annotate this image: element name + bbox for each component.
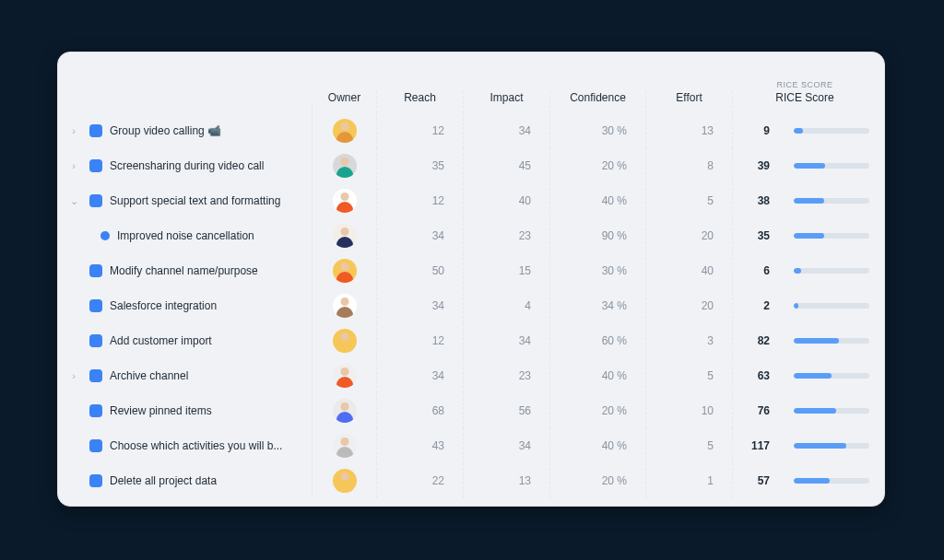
checkbox-icon[interactable] [89,159,102,172]
impact-cell[interactable]: 45 [464,148,550,183]
table-row[interactable]: ›Delete all project data221320 %157 [58,463,884,498]
reach-cell[interactable]: 12 [377,113,464,148]
checkbox-icon[interactable] [89,369,102,382]
chevron-right-icon[interactable]: › [65,160,82,171]
score-cell: 82 [733,323,885,358]
confidence-cell[interactable]: 20 % [550,463,646,498]
header-confidence[interactable]: Confidence [550,91,646,113]
effort-cell[interactable]: 20 [646,218,733,253]
chevron-right-icon[interactable]: › [65,370,82,381]
impact-cell[interactable]: 56 [464,393,550,428]
avatar[interactable] [333,119,357,143]
header-reach[interactable]: Reach [377,91,464,113]
confidence-cell[interactable]: 30 % [550,113,646,148]
table-row[interactable]: ›Modify channel name/purpose501530 %406 [58,253,884,288]
chevron-down-icon[interactable]: ⌄ [65,195,82,207]
effort-cell[interactable]: 40 [646,253,733,288]
avatar[interactable] [333,329,357,353]
avatar[interactable] [333,364,357,388]
effort-cell[interactable]: 5 [646,428,733,463]
impact-cell[interactable]: 34 [464,428,550,463]
table-row[interactable]: ›Add customer import123460 %382 [58,323,884,358]
chevron-right-icon[interactable]: › [65,125,82,136]
score-cell: 117 [733,428,885,463]
effort-cell[interactable]: 1 [646,463,733,498]
row-title[interactable]: Review pinned items [110,404,212,417]
checkbox-icon[interactable] [89,299,102,312]
effort-cell[interactable]: 20 [646,288,733,323]
header-effort[interactable]: Effort [646,91,733,113]
impact-cell[interactable]: 15 [464,253,550,288]
avatar[interactable] [333,469,357,493]
row-title[interactable]: Archive channel [110,369,188,382]
reach-cell[interactable]: 22 [377,463,464,498]
effort-cell[interactable]: 5 [646,183,733,218]
reach-cell[interactable]: 35 [377,148,464,183]
table-row[interactable]: ›Salesforce integration34434 %202 [58,288,884,323]
checkbox-icon[interactable] [89,124,102,137]
impact-cell[interactable]: 13 [464,463,550,498]
reach-cell[interactable]: 12 [377,183,464,218]
table-row[interactable]: ›Group video calling 📹123430 %139 [58,113,884,148]
subtask-dot-icon[interactable] [100,231,110,240]
impact-cell[interactable]: 34 [464,323,550,358]
confidence-cell[interactable]: 30 % [550,253,646,288]
checkbox-icon[interactable] [89,439,102,452]
table-row[interactable]: ›Archive channel342340 %563 [58,358,884,393]
confidence-cell[interactable]: 60 % [550,323,646,358]
row-title[interactable]: Screensharing during video call [110,159,264,172]
effort-cell[interactable]: 13 [646,113,733,148]
checkbox-icon[interactable] [89,474,102,487]
row-title[interactable]: Choose which activities you will b... [110,439,282,452]
reach-cell[interactable]: 34 [377,218,464,253]
checkbox-icon[interactable] [89,264,102,277]
reach-cell[interactable]: 68 [377,393,464,428]
confidence-cell[interactable]: 40 % [550,428,646,463]
row-title[interactable]: Add customer import [110,334,212,347]
header-score[interactable]: RICE SCORE RICE Score [733,80,885,113]
checkbox-icon[interactable] [89,334,102,347]
reach-cell[interactable]: 12 [377,323,464,358]
confidence-cell[interactable]: 20 % [550,393,646,428]
effort-cell[interactable]: 8 [646,148,733,183]
impact-cell[interactable]: 34 [464,113,550,148]
table-row[interactable]: ›Improved noise cancellation342390 %2035 [58,218,884,253]
avatar[interactable] [333,259,357,283]
avatar[interactable] [333,294,357,318]
avatar[interactable] [333,434,357,458]
impact-cell[interactable]: 23 [464,358,550,393]
confidence-cell[interactable]: 90 % [550,218,646,253]
header-owner[interactable]: Owner [313,91,377,113]
header-impact[interactable]: Impact [464,91,550,113]
confidence-cell[interactable]: 20 % [550,148,646,183]
avatar[interactable] [333,154,357,178]
checkbox-icon[interactable] [89,194,102,207]
row-title[interactable]: Improved noise cancellation [117,229,254,242]
avatar[interactable] [333,399,357,423]
effort-cell[interactable]: 10 [646,393,733,428]
impact-cell[interactable]: 40 [464,183,550,218]
row-title[interactable]: Group video calling 📹 [110,124,221,137]
impact-cell[interactable]: 4 [464,288,550,323]
effort-cell[interactable]: 5 [646,358,733,393]
confidence-cell[interactable]: 40 % [550,358,646,393]
checkbox-icon[interactable] [89,404,102,417]
avatar[interactable] [333,189,357,213]
table-row[interactable]: ›Review pinned items685620 %1076 [58,393,884,428]
effort-cell[interactable]: 3 [646,323,733,358]
table-row[interactable]: ⌄Support special text and formatting1240… [58,183,884,218]
row-title[interactable]: Support special text and formatting [110,194,280,207]
impact-cell[interactable]: 23 [464,218,550,253]
avatar[interactable] [333,224,357,248]
table-row[interactable]: ›Screensharing during video call354520 %… [58,148,884,183]
reach-cell[interactable]: 34 [377,358,464,393]
row-title[interactable]: Delete all project data [110,474,217,487]
reach-cell[interactable]: 34 [377,288,464,323]
confidence-cell[interactable]: 34 % [550,288,646,323]
row-title[interactable]: Modify channel name/purpose [110,264,258,277]
reach-cell[interactable]: 43 [377,428,464,463]
row-title[interactable]: Salesforce integration [110,299,217,312]
confidence-cell[interactable]: 40 % [550,183,646,218]
table-row[interactable]: ›Choose which activities you will b...43… [58,428,884,463]
reach-cell[interactable]: 50 [377,253,464,288]
